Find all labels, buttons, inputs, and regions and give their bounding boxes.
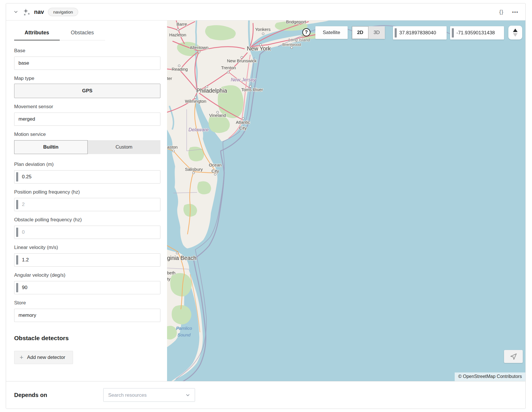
latitude-value: 37.81897838040: [399, 30, 436, 36]
motion-service-custom-option[interactable]: Custom: [88, 140, 161, 154]
plus-icon: +: [20, 354, 23, 361]
svg-text:Brentwood: Brentwood: [282, 42, 301, 47]
obstacle-polling-input[interactable]: 0: [14, 226, 160, 239]
angular-velocity-input[interactable]: 90: [14, 281, 160, 294]
motion-service-builtin-option[interactable]: Builtin: [14, 140, 88, 154]
depends-on-placeholder: Search resources: [108, 392, 147, 398]
svg-text:Vineland: Vineland: [209, 113, 226, 118]
svg-text:Toms River: Toms River: [241, 87, 263, 92]
angular-velocity-label: Angular velocity (deg/s): [14, 272, 160, 278]
svg-text:Hazleton: Hazleton: [169, 32, 186, 37]
chevron-down-icon: [186, 393, 190, 397]
svg-text:Long Island: Long Island: [289, 38, 310, 42]
field-linear-velocity: Linear velocity (m/s) 1.2: [14, 245, 160, 267]
svg-text:ginia Beach: ginia Beach: [167, 255, 196, 261]
longitude-input[interactable]: -71.93590131438: [450, 26, 504, 40]
field-position-polling: Position polling frequency (hz) 2: [14, 189, 160, 211]
base-label: Base: [14, 48, 160, 54]
navigation-arrow-icon: [510, 353, 517, 360]
add-detector-label: Add new detector: [27, 355, 65, 360]
zoom-stepper[interactable]: [508, 26, 522, 40]
svg-text:Delaware: Delaware: [188, 127, 209, 132]
navigation-service-icon: [23, 8, 31, 16]
numeric-drag-handle[interactable]: [395, 28, 397, 38]
movement-sensor-label: Movement sensor: [14, 104, 160, 110]
field-plan-deviation: Plan deviation (m) 0.25: [14, 162, 160, 183]
svg-text:Yonkers: Yonkers: [255, 27, 271, 32]
add-detector-button[interactable]: + Add new detector: [14, 351, 73, 364]
satellite-toggle-button[interactable]: Satellite: [315, 26, 348, 39]
svg-text:Salisbury: Salisbury: [185, 167, 203, 172]
map-attribution: © OpenStreetMap Contributors: [455, 372, 525, 381]
navigation-map[interactable]: BarreHazletonAllentownYonkersBridgeportL…: [167, 20, 525, 381]
numeric-drag-handle[interactable]: [16, 283, 18, 292]
tab-bar: Attributes Obstacles: [14, 28, 105, 40]
depends-on-title: Depends on: [14, 392, 47, 398]
resource-card: nav navigation {} ••• Attributes Obstacl…: [6, 3, 526, 409]
obstacle-polling-label: Obstacle polling frequency (hz): [14, 217, 160, 223]
plan-deviation-input[interactable]: 0.25: [14, 170, 160, 183]
tab-attributes[interactable]: Attributes: [14, 28, 60, 40]
map-help-icon[interactable]: ?: [302, 28, 310, 36]
svg-text:Barre: Barre: [177, 22, 187, 27]
resource-type-badge: navigation: [48, 8, 78, 16]
plan-deviation-value: 0.25: [22, 174, 31, 180]
linear-velocity-value: 1.2: [22, 257, 29, 263]
json-mode-icon[interactable]: {}: [499, 9, 504, 15]
latitude-input[interactable]: 37.81897838040: [393, 26, 447, 40]
numeric-drag-handle[interactable]: [16, 200, 18, 209]
svg-text:ty: ty: [167, 276, 171, 281]
position-polling-input[interactable]: 2: [14, 198, 160, 211]
svg-text:New Brunswick: New Brunswick: [227, 58, 257, 63]
field-store: Store memory: [14, 300, 160, 322]
field-motion-service: Motion service Builtin Custom: [14, 132, 160, 154]
map-canvas[interactable]: BarreHazletonAllentownYonkersBridgeportL…: [167, 20, 525, 381]
linear-velocity-label: Linear velocity (m/s): [14, 245, 160, 250]
svg-text:aston: aston: [167, 145, 178, 149]
linear-velocity-input[interactable]: 1.2: [14, 253, 160, 267]
store-input[interactable]: memory: [14, 309, 160, 322]
field-movement-sensor: Movement sensor merged: [14, 104, 160, 126]
collapse-chevron-icon[interactable]: [14, 9, 19, 14]
svg-text:ter: ter: [167, 76, 172, 81]
obstacle-detectors-heading: Obstacle detectors: [14, 335, 160, 342]
numeric-drag-handle[interactable]: [16, 228, 18, 237]
depends-on-section: Depends on Search resources: [6, 381, 525, 409]
config-panel: Attributes Obstacles Base base Map type …: [6, 20, 167, 381]
svg-text:Trenton: Trenton: [221, 65, 236, 70]
resource-title: nav: [34, 9, 44, 15]
plan-deviation-label: Plan deviation (m): [14, 162, 160, 167]
svg-text:New York: New York: [247, 45, 271, 52]
field-base: Base base: [14, 48, 160, 70]
recenter-button[interactable]: [504, 350, 523, 363]
svg-text:New Jersey: New Jersey: [231, 77, 256, 82]
more-options-icon[interactable]: •••: [512, 10, 518, 14]
position-polling-label: Position polling frequency (hz): [14, 189, 160, 195]
svg-text:Bridgeport: Bridgeport: [286, 20, 306, 24]
movement-sensor-input[interactable]: merged: [14, 113, 160, 126]
map-type-gps-button[interactable]: GPS: [14, 84, 160, 98]
numeric-drag-handle[interactable]: [16, 255, 18, 265]
svg-text:Philadelphia: Philadelphia: [196, 87, 227, 94]
depends-on-select[interactable]: Search resources: [103, 388, 195, 402]
numeric-drag-handle[interactable]: [452, 28, 454, 38]
field-obstacle-polling: Obstacle polling frequency (hz) 0: [14, 217, 160, 239]
step-down-icon[interactable]: [513, 33, 518, 37]
tab-obstacles[interactable]: Obstacles: [60, 28, 105, 40]
step-up-icon[interactable]: [513, 29, 518, 32]
map-3d-button[interactable]: 3D: [368, 26, 385, 39]
field-map-type: Map type GPS: [14, 76, 160, 98]
svg-text:beth: beth: [167, 270, 175, 275]
map-dimension-toggle: 2D 3D: [352, 26, 385, 39]
store-label: Store: [14, 300, 160, 306]
position-polling-placeholder: 2: [22, 202, 25, 207]
numeric-drag-handle[interactable]: [16, 172, 18, 181]
svg-text:Wilmington: Wilmington: [185, 99, 206, 104]
angular-velocity-value: 90: [22, 285, 27, 291]
svg-text:Allentown: Allentown: [190, 45, 208, 50]
card-header: nav navigation {} •••: [6, 3, 525, 20]
longitude-value: -71.93590131438: [456, 30, 495, 36]
map-2d-button[interactable]: 2D: [352, 26, 368, 39]
svg-text:Reading: Reading: [172, 67, 188, 72]
base-input[interactable]: base: [14, 57, 160, 70]
